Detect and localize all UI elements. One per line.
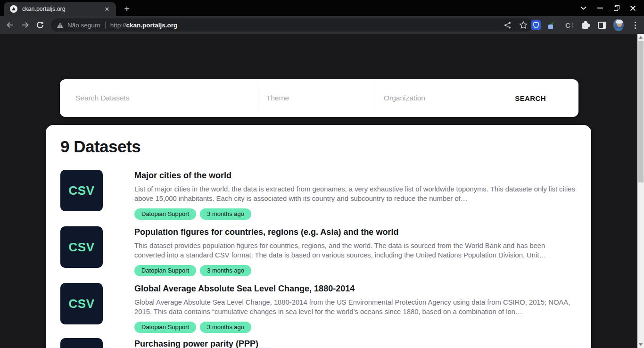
tab-strip: ckan.portaljs.org ✕ + bbox=[0, 0, 644, 16]
updated-time-badge: 3 months ago bbox=[200, 322, 251, 333]
dataset-description: Global Average Absolute Sea Level Change… bbox=[134, 298, 577, 316]
dataset-title-link[interactable]: Global Average Absolute Sea Level Change… bbox=[134, 283, 577, 294]
tab-search-chevron-icon[interactable] bbox=[575, 2, 592, 14]
bookmark-star-icon[interactable] bbox=[519, 20, 528, 30]
csv-format-icon: CSV bbox=[60, 170, 103, 211]
bitwarden-extension-icon[interactable] bbox=[531, 20, 541, 30]
dataset-title-link[interactable]: Population figures for countries, region… bbox=[134, 226, 577, 238]
colorzilla-extension-icon[interactable]: C bbox=[564, 20, 574, 30]
dataset-row: CSV Population figures for countries, re… bbox=[60, 226, 577, 279]
browser-menu-dots-icon[interactable] bbox=[630, 20, 640, 30]
results-count-heading: 9 Datasets bbox=[60, 137, 140, 156]
new-tab-button[interactable]: + bbox=[121, 3, 133, 15]
browser-toolbar: Não seguro http://ckan.portaljs.org bbox=[0, 16, 644, 34]
updated-time-badge: 3 months ago bbox=[200, 265, 251, 276]
dataset-row: CSV Global Average Absolute Sea Level Ch… bbox=[60, 283, 577, 336]
window-controls bbox=[575, 2, 641, 14]
scroll-down-arrow-icon[interactable] bbox=[637, 341, 644, 348]
dataset-title-link[interactable]: Major cities of the world bbox=[134, 170, 577, 181]
dataset-description: This dataset provides population figures… bbox=[134, 241, 577, 260]
search-panel: SEARCH bbox=[60, 79, 578, 117]
search-datasets-input[interactable] bbox=[75, 79, 252, 117]
site-favicon-icon bbox=[10, 5, 17, 13]
profile-avatar[interactable] bbox=[613, 20, 624, 30]
tab-close-icon[interactable]: ✕ bbox=[103, 5, 111, 13]
tab-title: ckan.portaljs.org bbox=[22, 6, 103, 12]
page-scrollbar[interactable] bbox=[637, 34, 644, 348]
dataset-row: CSV Purchasing power parity (PPP) bbox=[60, 338, 577, 348]
organization-badge[interactable]: Datopian Support bbox=[134, 208, 196, 220]
csv-format-icon: CSV bbox=[60, 283, 103, 324]
organization-input[interactable] bbox=[384, 79, 478, 117]
minimize-button[interactable] bbox=[592, 2, 608, 14]
browser-tab[interactable]: ckan.portaljs.org ✕ bbox=[4, 2, 116, 16]
search-divider bbox=[258, 85, 258, 111]
organization-badge[interactable]: Datopian Support bbox=[134, 322, 196, 333]
dataset-description: List of major cities in the world, the d… bbox=[134, 184, 577, 203]
reload-button[interactable] bbox=[33, 18, 47, 32]
omnibox-divider bbox=[105, 22, 106, 29]
updated-time-badge: 3 months ago bbox=[200, 208, 251, 220]
url-text[interactable]: http://ckan.portaljs.org bbox=[110, 22, 178, 29]
close-window-button[interactable] bbox=[625, 2, 641, 14]
theme-input[interactable] bbox=[266, 79, 370, 117]
back-button[interactable] bbox=[3, 18, 17, 32]
organization-badge[interactable]: Datopian Support bbox=[134, 265, 196, 276]
dataset-title-link[interactable]: Purchasing power parity (PPP) bbox=[134, 338, 577, 348]
search-divider bbox=[376, 85, 376, 111]
not-secure-warning-icon bbox=[57, 22, 64, 28]
results-panel: 9 Datasets CSV Major cities of the world… bbox=[46, 125, 591, 348]
restore-button[interactable] bbox=[608, 2, 625, 14]
side-panel-icon[interactable] bbox=[597, 20, 607, 30]
dataset-row: CSV Major cities of the world List of ma… bbox=[60, 170, 577, 223]
csv-format-icon: CSV bbox=[60, 338, 103, 348]
address-bar[interactable]: Não seguro http://ckan.portaljs.org bbox=[51, 18, 533, 32]
forward-button[interactable] bbox=[18, 18, 32, 32]
page-content: SEARCH 9 Datasets CSV Major cities of th… bbox=[0, 34, 644, 348]
color-picker-extension-icon[interactable] bbox=[547, 20, 558, 30]
share-icon[interactable] bbox=[503, 20, 512, 30]
search-button[interactable]: SEARCH bbox=[515, 79, 546, 117]
csv-format-icon: CSV bbox=[60, 226, 103, 268]
extensions-puzzle-icon[interactable] bbox=[580, 20, 591, 30]
security-label: Não seguro bbox=[67, 22, 100, 29]
scrollbar-thumb[interactable] bbox=[638, 41, 644, 182]
extensions-area: C bbox=[531, 16, 640, 34]
scroll-up-arrow-icon[interactable] bbox=[637, 34, 644, 41]
